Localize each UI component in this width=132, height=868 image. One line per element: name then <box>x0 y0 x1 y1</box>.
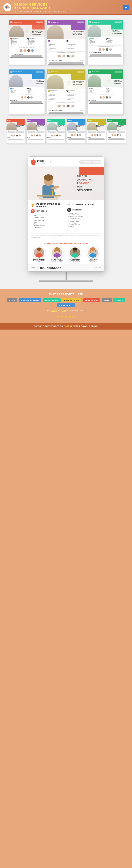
lb-avatar-3 <box>69 247 81 258</box>
lb-affordable-header: 🛒 AFFORDABLE PRICES <box>67 203 101 207</box>
note-highlight-text: TEXT <box>62 310 66 312</box>
mini-top-3: PENCIL STUDIO www.site.com <box>88 20 123 25</box>
svg-point-30 <box>90 250 91 252</box>
banner-preview-group-1: PENCIL STUDIO www.site.com ? ARE YOU LOO… <box>3 20 129 65</box>
lb-team-members: DANIEL WATSON Fixer <box>31 247 101 262</box>
mini-logo-text-2: PENCIL STUDIO <box>51 22 59 23</box>
mini-url-3: www.site.com <box>114 22 122 23</box>
mini-svc-3: P PRINT › Logos › Business Cards › Rollu… <box>89 38 105 44</box>
mini-stand-3 <box>90 54 121 56</box>
mini-hero-text-2: ARE YOU LOOKINGFOR A GRAPHICWEB DESIGNER <box>73 31 84 35</box>
tag-size: 30×70 INCHES <box>43 298 61 302</box>
mini-print-label-1: PRINT DESIGN <box>12 38 19 39</box>
svg-point-3 <box>44 174 53 181</box>
mini-q-1: ? <box>24 30 28 36</box>
mini-accent-1 <box>32 25 45 30</box>
lb-w-circle: W <box>67 208 71 212</box>
trophy-icon: 🏆 <box>31 204 34 207</box>
mini-hero-text-1: ARE YOU LOOKINGFOR A GRAPHICWEB DESIGNER <box>31 30 44 36</box>
svg-point-10 <box>35 253 43 258</box>
svg-point-17 <box>54 249 56 252</box>
svg-rect-6 <box>52 191 53 195</box>
banner-preview-5: PENCIL STUDIO www.site.com ? ARE YOU LOO… <box>47 69 86 115</box>
mini-av-2 <box>23 49 26 52</box>
lb-top-bar: ✏ PENCIL STUDIO ⚙ www.companywebsite.com <box>28 157 104 167</box>
lb-fine-print: All the designs are made by our talented… <box>28 234 104 240</box>
bottom-stars: ★ ★ ★ ★ ★ <box>4 315 128 319</box>
tag-colors: 6 COLOR OPTIONS <box>19 298 41 302</box>
svg-point-20 <box>71 253 79 258</box>
mini-hero-2: ? ARE YOU LOOKINGFOR A GRAPHICWEB DESIGN… <box>47 25 85 39</box>
thumb-6: PENCIL ? ARE YOU LOOKING FOR A DESIGNER … <box>107 119 126 144</box>
mini-stand-base-1 <box>10 57 44 58</box>
large-banner-section: ✏ PENCIL STUDIO ⚙ www.companywebsite.com <box>0 149 132 289</box>
mini-call-3: CALL US 800 55555555 <box>88 52 123 54</box>
svg-rect-5 <box>37 195 61 196</box>
mini-stand-1 <box>11 55 42 57</box>
lb-logo-subtitle: STUDIO <box>37 162 46 164</box>
mini-svc-print-1: P PRINT DESIGN › Logos › Business Cards … <box>10 38 26 45</box>
header-text: DESIGN SERVICES BANNER SIGNAGE 1 EXCLUSI… <box>14 3 70 12</box>
tag-5psd: 5 PSD <box>7 298 18 302</box>
please-rate-bar: PLEASE DON'T FORGET TO RATE IT AFTER DOW… <box>0 323 132 330</box>
mini-q-3: ? <box>107 29 110 36</box>
mini-top-2: PENCIL STUDIO www.site.com <box>47 20 85 25</box>
lb-print-label: PRINT DESIGN <box>35 210 47 212</box>
lb-team: WE HAVE A TALENTED PROFESSIONAL TEAM <box>28 240 104 264</box>
svg-point-31 <box>95 250 96 252</box>
mini-team-label-2: WE HAVE A TALENTED PROFESSIONAL TEAM <box>47 52 85 53</box>
bottom-note: THE DESIGN AND TEXT IN THE DOWNLOAD(S). <box>4 309 128 312</box>
star-5: ★ <box>72 315 75 319</box>
mini-svc-web-1: W WEB DESIGN › HTML Websites › Wordpress… <box>27 38 44 45</box>
lb-web-label: WEB DESIGN <box>72 209 82 211</box>
mini-av-3 <box>27 49 30 52</box>
lb-hero: ? ARE YOU LOOKING FOR A GRAPHIC WEB DESI… <box>28 167 104 200</box>
lb-cta-text: ? ARE YOU LOOKING FOR A GRAPHIC WEB DESI… <box>75 167 104 200</box>
banner-preview-1: PENCIL STUDIO www.site.com ? ARE YOU LOO… <box>9 20 45 65</box>
lb-avatar-1 <box>33 247 45 258</box>
lb-offer-header: 🏆 WE OFFER SUPER COOL SERVICES <box>31 203 65 208</box>
mini-top-5: PENCIL STUDIO www.site.com <box>47 69 85 74</box>
lb-person-svg <box>28 170 70 200</box>
lb-print-list: Logos Business Cards Rollup Banners Flye… <box>31 214 65 229</box>
star-2: ★ <box>61 315 64 319</box>
mini-top-6: PENCIL STUDIO www.site.com <box>88 69 123 74</box>
mini-logo-circle-2 <box>48 21 50 23</box>
large-banner-wrapper: ✏ PENCIL STUDIO ⚙ www.companywebsite.com <box>28 156 104 282</box>
mini-av-4 <box>31 49 34 52</box>
mini-team-label-1: WE HAVE A TALENTED PROFESSIONAL TEAM <box>9 46 45 48</box>
mini-call-1: CALL US 800 55555555 <box>9 53 45 55</box>
mini-web-label-2: WEB DESIGN <box>69 40 75 41</box>
mini-w-badge-1: W <box>27 38 29 39</box>
lb-service-col-right: 🛒 AFFORDABLE PRICES W WEB DESIGN HTML We… <box>67 203 101 231</box>
mini-hero-3: ? ARE YOULOOKING FORA WEB DESIGNER <box>88 25 123 37</box>
lb-member-3-name: JAMES ASTON <box>67 259 83 261</box>
mini-w-badge-2: W <box>67 40 69 42</box>
lb-stand-base <box>39 280 93 282</box>
lb-avatar-2 <box>51 247 63 258</box>
lb-call-number: 800 55555555 <box>40 266 61 270</box>
mini-logo-text-3: PENCIL STUDIO <box>92 22 101 23</box>
thumb-3: PENCIL ? ARE YOU LOOKING FOR A DESIGNER … <box>47 119 65 144</box>
lb-url-text: www.companywebsite.com <box>83 161 99 163</box>
note-highlight-design: DESIGN <box>51 310 57 312</box>
mini-logo-text-1: PENCIL STUDIO <box>13 22 22 23</box>
header-icon: 🎨 <box>3 3 11 11</box>
mini-avatars-2 <box>47 53 85 59</box>
lb-member-1-name: DANIEL WATSON <box>31 259 47 261</box>
mini-top-4: PENCIL STUDIO www.site.com <box>9 69 45 74</box>
mini-url-2: www.site.com <box>77 22 84 23</box>
mini-p-badge-3: P <box>89 38 90 39</box>
mini-logo-circle-3 <box>89 21 91 23</box>
lb-logo-name: PENCIL <box>37 160 46 162</box>
thumb-5: PENCIL ? ARE YOU LOOKING FOR A DESIGNER … <box>87 119 106 144</box>
tag-cmyk: CMYK <box>102 298 112 302</box>
mini-svc-web-3: W WEB › HTML Websites › Wordpress › Joom… <box>106 38 122 44</box>
mini-top-1: PENCIL STUDIO www.site.com <box>9 20 45 25</box>
mini-avatars-3 <box>88 48 123 52</box>
mini-av-1 <box>20 49 23 52</box>
tag-print: PRINT READY <box>57 303 75 307</box>
banners-section-1: PENCIL STUDIO www.site.com ? ARE YOU LOO… <box>0 15 132 149</box>
mini-hero-4: ? ARE YOULOOKING FORA DESIGNER <box>9 74 45 87</box>
lb-web-list: HTML Websites Wordpress Themes Joomla Th… <box>67 213 101 228</box>
